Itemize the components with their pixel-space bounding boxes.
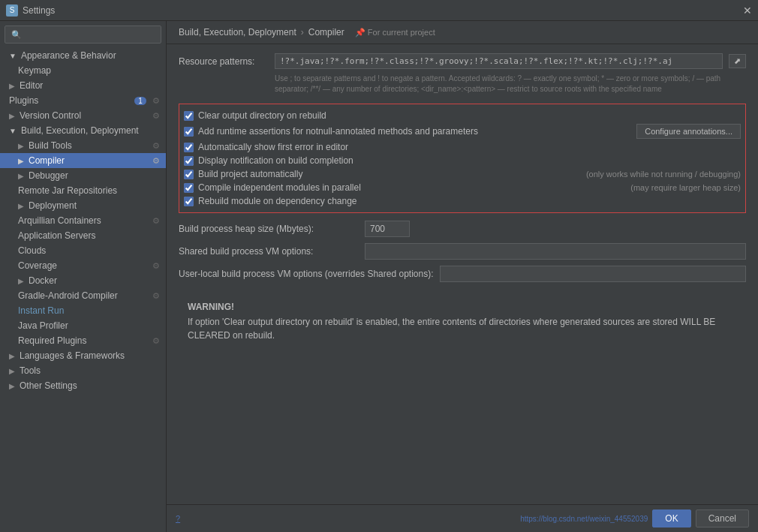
sidebar-item-build-tools[interactable]: ▶ Build Tools ⚙ [0,138,166,153]
notification-label[interactable]: Display notification on build completion [198,155,353,166]
sidebar-item-label: Keymap [18,65,51,76]
sidebar-item-label: Languages & Frameworks [20,350,125,361]
sidebar-item-label: Instant Run [18,305,64,316]
build-automatically-checkbox[interactable] [184,170,194,179]
search-icon: 🔍 [11,30,22,40]
help-link[interactable]: ? [176,514,180,523]
arrow-icon: ▶ [9,382,15,390]
settings-icon: ⚙ [152,96,160,106]
resource-patterns-hint: Use ; to separate patterns and ! to nega… [179,74,746,95]
shared-vm-input[interactable] [365,243,746,260]
arrow-icon: ▼ [9,127,17,135]
heap-size-row: Build process heap size (Mbytes): [179,221,746,237]
rebuild-dependency-label[interactable]: Rebuild module on dependency change [198,196,357,206]
compile-parallel-checkbox[interactable] [184,183,194,193]
checkbox-row-notification: Display notification on build completion [184,154,741,167]
resource-patterns-row: Resource patterns: ⬈ [179,53,746,69]
footer-url: https://blog.csdn.net/weixin_44552039 [520,515,648,523]
sidebar-item-required-plugins[interactable]: Required Plugins ⚙ [0,333,166,348]
checkbox-section: Clear output directory on rebuild Add ru… [179,104,746,213]
sidebar-item-label: Plugins [9,95,38,106]
sidebar-item-clouds[interactable]: Clouds [0,243,166,258]
runtime-assertions-label[interactable]: Add runtime assertions for notnull-annot… [198,126,478,137]
arrow-icon: ▼ [9,52,17,60]
heap-size-label: Build process heap size (Mbytes): [179,224,359,234]
clear-output-checkbox[interactable] [184,111,194,121]
arrow-icon: ▶ [18,157,24,165]
title-bar-left: S Settings [6,5,55,17]
notification-checkbox[interactable] [184,156,194,166]
close-button[interactable]: ✕ [743,5,752,17]
sidebar-item-arquillian[interactable]: Arquillian Containers ⚙ [0,213,166,228]
sidebar-item-tools[interactable]: ▶ Tools [0,363,166,378]
main-container: 🔍 ▼ Appearance & Behavior Keymap ▶ Edito… [0,21,758,532]
sidebar-item-app-servers[interactable]: Application Servers [0,228,166,243]
runtime-assertions-checkbox[interactable] [184,127,194,137]
sidebar-item-build-execution[interactable]: ▼ Build, Execution, Deployment [0,123,166,138]
search-input[interactable] [25,29,155,40]
ok-button[interactable]: OK [652,509,690,527]
user-local-vm-row: User-local build process VM options (ove… [179,266,746,282]
breadcrumb-path: Build, Execution, Deployment [179,27,296,38]
checkbox-row-rebuild-dep: Rebuild module on dependency change [184,194,741,208]
arrow-icon: ▶ [18,172,24,180]
configure-annotations-button[interactable]: Configure annotations... [636,124,741,139]
warning-title: WARNING! [188,302,737,312]
for-current-project: 📌 For current project [355,28,435,38]
sidebar-item-other-settings[interactable]: ▶ Other Settings [0,378,166,393]
arrow-icon: ▶ [18,202,24,210]
heap-size-input[interactable] [365,221,410,237]
sidebar-item-label: Remote Jar Repositories [18,185,117,196]
build-automatically-label[interactable]: Build project automatically [198,169,302,179]
build-automatically-note: (only works while not running / debuggin… [586,170,741,179]
rebuild-dependency-checkbox[interactable] [184,197,194,206]
settings-icon: ⚙ [152,261,160,271]
sidebar-item-label: Tools [20,365,41,376]
sidebar-item-editor[interactable]: ▶ Editor [0,78,166,93]
sidebar-item-label: Arquillian Containers [18,215,101,226]
sidebar-item-version-control[interactable]: ▶ Version Control ⚙ [0,108,166,123]
settings-icon: ⚙ [152,141,160,151]
settings-icon: ⚙ [152,336,160,346]
cancel-button[interactable]: Cancel [696,509,749,527]
footer-right: https://blog.csdn.net/weixin_44552039 OK… [520,509,749,527]
sidebar-item-label: Gradle-Android Compiler [18,290,118,301]
app-icon: S [6,5,18,17]
sidebar-item-languages[interactable]: ▶ Languages & Frameworks [0,348,166,363]
sidebar-item-deployment[interactable]: ▶ Deployment [0,198,166,213]
sidebar-item-label: Build, Execution, Deployment [21,125,139,136]
sidebar-item-debugger[interactable]: ▶ Debugger [0,168,166,183]
show-first-error-checkbox[interactable] [184,143,194,152]
sidebar-item-plugins[interactable]: Plugins 1 ⚙ [0,93,166,108]
sidebar-item-appearance-behavior[interactable]: ▼ Appearance & Behavior [0,48,166,63]
sidebar-item-label: Editor [20,80,43,91]
sidebar-item-coverage[interactable]: Coverage ⚙ [0,258,166,273]
sidebar-item-remote-jar[interactable]: Remote Jar Repositories [0,183,166,198]
content-area: Build, Execution, Deployment › Compiler … [167,21,758,532]
search-box[interactable]: 🔍 [5,26,161,44]
checkbox-row-assertions: Add runtime assertions for notnull-annot… [184,122,741,140]
user-local-vm-input[interactable] [440,266,747,282]
sidebar-item-label: Debugger [29,170,68,181]
settings-icon: ⚙ [152,111,160,121]
settings-icon: ⚙ [152,156,160,166]
sidebar-item-instant-run[interactable]: Instant Run [0,303,166,318]
content-body: Resource patterns: ⬈ Use ; to separate p… [167,44,758,504]
sidebar-item-java-profiler[interactable]: Java Profiler [0,318,166,333]
user-local-vm-label: User-local build process VM options (ove… [179,269,434,279]
sidebar-item-compiler[interactable]: ▶ Compiler ⚙ [0,153,166,168]
content-header: Build, Execution, Deployment › Compiler … [167,21,758,44]
shared-vm-row: Shared build process VM options: [179,243,746,260]
sidebar-item-docker[interactable]: ▶ Docker [0,273,166,288]
resource-patterns-input[interactable] [275,53,723,69]
clear-output-label[interactable]: Clear output directory on rebuild [198,110,326,121]
checkbox-row-clear-output: Clear output directory on rebuild [184,109,741,122]
resource-expand-button[interactable]: ⬈ [729,54,746,68]
compile-parallel-label[interactable]: Compile independent modules in parallel [198,182,361,193]
arrow-icon: ▶ [9,82,15,90]
sidebar-item-gradle-android[interactable]: Gradle-Android Compiler ⚙ [0,288,166,303]
plugins-badge: 1 [134,97,146,105]
footer: ? https://blog.csdn.net/weixin_44552039 … [167,504,758,532]
sidebar-item-keymap[interactable]: Keymap [0,63,166,78]
show-first-error-label[interactable]: Automatically show first error in editor [198,142,348,152]
